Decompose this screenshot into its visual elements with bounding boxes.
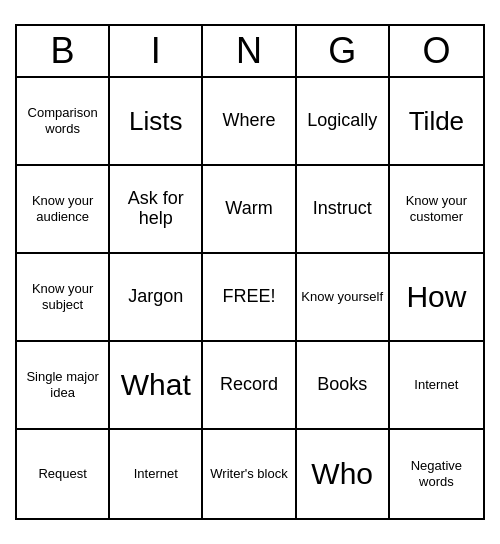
cell-text: FREE!	[222, 287, 275, 307]
bingo-card: BINGO Comparison wordsListsWhereLogicall…	[15, 24, 485, 520]
cell-text: Request	[38, 466, 86, 482]
header-letter: N	[203, 26, 296, 76]
cell-text: Negative words	[394, 458, 479, 489]
cell-text: Single major idea	[21, 369, 104, 400]
bingo-cell: Know your customer	[390, 166, 483, 254]
bingo-cell: Know yourself	[297, 254, 390, 342]
bingo-cell: Know your audience	[17, 166, 110, 254]
cell-text: What	[121, 368, 191, 402]
header-letter: I	[110, 26, 203, 76]
bingo-cell: What	[110, 342, 203, 430]
cell-text: Know your subject	[21, 281, 104, 312]
bingo-cell: Comparison words	[17, 78, 110, 166]
cell-text: Comparison words	[21, 105, 104, 136]
cell-text: Ask for help	[114, 189, 197, 229]
bingo-cell: Ask for help	[110, 166, 203, 254]
header-letter: G	[297, 26, 390, 76]
bingo-cell: FREE!	[203, 254, 296, 342]
bingo-cell: Jargon	[110, 254, 203, 342]
bingo-cell: Know your subject	[17, 254, 110, 342]
cell-text: Jargon	[128, 287, 183, 307]
bingo-header: BINGO	[17, 26, 483, 78]
cell-text: Know your customer	[394, 193, 479, 224]
bingo-cell: Tilde	[390, 78, 483, 166]
bingo-cell: Request	[17, 430, 110, 518]
cell-text: Warm	[225, 199, 272, 219]
cell-text: Know your audience	[21, 193, 104, 224]
cell-text: Who	[311, 457, 373, 491]
cell-text: Books	[317, 375, 367, 395]
cell-text: Writer's block	[210, 466, 287, 482]
cell-text: Internet	[414, 377, 458, 393]
cell-text: Where	[222, 111, 275, 131]
cell-text: Internet	[134, 466, 178, 482]
bingo-cell: Negative words	[390, 430, 483, 518]
cell-text: Logically	[307, 111, 377, 131]
bingo-cell: How	[390, 254, 483, 342]
bingo-cell: Instruct	[297, 166, 390, 254]
cell-text: Record	[220, 375, 278, 395]
bingo-cell: Logically	[297, 78, 390, 166]
bingo-cell: Single major idea	[17, 342, 110, 430]
cell-text: Instruct	[313, 199, 372, 219]
bingo-cell: Who	[297, 430, 390, 518]
cell-text: Know yourself	[301, 289, 383, 305]
bingo-cell: Where	[203, 78, 296, 166]
bingo-cell: Internet	[390, 342, 483, 430]
cell-text: Lists	[129, 107, 182, 136]
bingo-cell: Internet	[110, 430, 203, 518]
header-letter: B	[17, 26, 110, 76]
bingo-grid: Comparison wordsListsWhereLogicallyTilde…	[17, 78, 483, 518]
bingo-cell: Warm	[203, 166, 296, 254]
bingo-cell: Books	[297, 342, 390, 430]
bingo-cell: Writer's block	[203, 430, 296, 518]
header-letter: O	[390, 26, 483, 76]
bingo-cell: Lists	[110, 78, 203, 166]
cell-text: Tilde	[409, 107, 464, 136]
bingo-cell: Record	[203, 342, 296, 430]
cell-text: How	[406, 280, 466, 314]
